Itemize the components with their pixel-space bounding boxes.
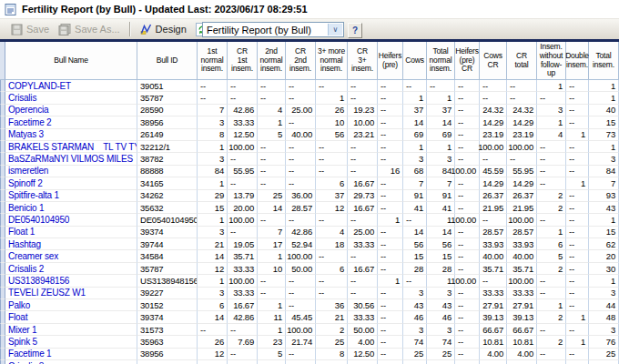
table-row[interactable]: Crisalis 3357873--3--633.33--1111--18.18… [0,360,619,364]
table-row[interactable]: US3138948156US31389481561100.00--------1… [0,275,619,287]
save-label: Save [26,24,49,35]
value-cell: 56 [316,129,348,141]
table-row[interactable]: BRAKELS STARMAN TL TV TY32212/11100.00--… [0,141,619,153]
table-row[interactable]: Crisalis35787--------1----11----------1 [0,92,619,104]
bull-name-cell[interactable]: Creamer sex [5,250,137,262]
table-row[interactable]: ismeretlen888888455.95--------166884100.… [0,166,619,177]
column-header-bull-name[interactable]: Bull Name [5,42,137,80]
value-cell: 1 [258,116,286,128]
value-cell: 68 [403,166,427,177]
value-cell: 28.57 [286,202,316,214]
bull-name-cell[interactable]: Float 1 [5,227,137,238]
value-cell: 4 [316,227,348,238]
table-row[interactable]: Facetime 238956333.331--1010.00--1414--1… [0,116,619,128]
value-cell: 33.33 [228,116,258,128]
bull-name-cell[interactable]: Facetime 1 [5,349,137,360]
value-cell: -- [566,105,589,116]
column-header-double-insem[interactable]: Double insem. [566,42,589,80]
value-cell: -- [480,275,507,287]
column-header-cr-three-plus-insem[interactable]: CR 3+ insem. [348,42,378,80]
column-header-three-plus-normal-insem[interactable]: 3+ more normal insem. [316,42,348,80]
save-as-button[interactable]: Save As... [54,22,125,37]
table-row[interactable]: Palko30152616.671--3630.56--4343--27.912… [0,299,619,311]
value-cell: 12.50 [228,129,258,141]
value-cell: 24.32 [507,105,537,116]
bull-name-cell[interactable]: Crisalis 3 [5,360,137,364]
column-header-heifers-pre-cr[interactable]: Heifers (pre) CR [455,42,480,80]
column-header-second-normal-insem[interactable]: 2nd normal insem. [258,42,286,80]
table-row[interactable]: Mixer 131573----1100.00250.00--33--66.67… [0,324,619,336]
bull-name-cell[interactable]: Float [5,311,137,323]
table-row[interactable]: Float 1393743--742.86425.00--1414--28.57… [0,227,619,238]
value-cell: 46 [427,311,455,323]
bull-name-cell[interactable]: Crisalis [5,92,137,104]
table-row[interactable]: Hashtag397442119.051752.941833.33--5656-… [0,238,619,250]
table-row[interactable]: COPYLAND-ET39051------------------------… [0,80,619,92]
column-header-cr-total[interactable]: CR total [507,42,537,80]
bull-name-cell[interactable]: COPYLAND-ET [5,80,137,92]
column-header-cows[interactable]: Cows [403,42,427,80]
bull-name-cell[interactable]: Spitfire-alta 1 [5,190,137,202]
bull-name-cell[interactable]: Spink 5 [5,336,137,348]
bull-id-cell: 30152 [137,299,198,311]
table-row[interactable]: Spinoff 2341651------616.67--77--14.2914… [0,177,619,189]
value-cell: 2 [537,190,566,202]
value-cell: -- [455,129,480,141]
bull-name-cell[interactable]: TEVELI ZEUSZ W1 [5,288,137,299]
table-row[interactable]: Matyas 326149812.50540.005623.21--6969--… [0,129,619,141]
table-row[interactable]: Crisalis 2357871233.331050.00616.67--282… [0,263,619,275]
save-button[interactable]: Save [6,22,54,37]
report-selector-combobox[interactable]: Fertility Report (by Bull) ∨ [202,22,344,37]
table-row[interactable]: Float393741442.861145.452133.33--4646--3… [0,311,619,323]
table-row[interactable]: Facetime 13895612--5--812.50--2525--4.00… [0,349,619,360]
bull-name-cell[interactable]: DE0540104950 [5,214,137,226]
table-row[interactable]: TEVELI ZEUSZ W139227333.33----------33--… [0,288,619,299]
column-header-total-normal-insem[interactable]: Total normal insem. [427,42,455,80]
bull-name-cell[interactable]: Benicio 1 [5,202,137,214]
chevron-down-icon[interactable]: ∨ [328,24,342,35]
table-row[interactable]: Creamer sex345841435.711100.00------1515… [0,250,619,262]
value-cell: 62 [589,238,619,250]
table-row[interactable]: Benicio 1356321520.001428.571216.67--414… [0,202,619,214]
value-cell: -- [378,250,403,262]
value-cell: -- [537,153,566,165]
design-button[interactable]: Design [136,22,191,36]
bull-name-cell[interactable]: Mixer 1 [5,324,137,336]
table-row[interactable]: Spitfire-alta 1342622913.792536.003729.7… [0,190,619,202]
value-cell: 40 [589,105,619,116]
column-header-cr-first-insem[interactable]: CR 1st insem. [228,42,258,80]
bull-name-cell[interactable]: Spinoff 2 [5,177,137,189]
table-row[interactable]: BaSZaRMaNYI VILMOS MILES387823----------… [0,153,619,165]
table-row[interactable]: Spink 535963267.692321.74254.00--7474--1… [0,336,619,348]
bull-name-cell[interactable]: US3138948156 [5,275,137,287]
bull-name-cell[interactable]: Crisalis 2 [5,263,137,275]
column-header-insem-without-followup[interactable]: Insem. without follow-up [537,42,566,80]
table-row[interactable]: DE0540104950DE05401049501100.00--------1… [0,214,619,226]
column-header-bull-id[interactable]: Bull ID [137,42,198,80]
report-grid: Bull NameBull ID1st normal insem.CR 1st … [0,39,619,364]
column-header-heifers-pre[interactable]: Heifers (pre) [378,42,403,80]
bull-id-cell: 26149 [137,129,198,141]
column-header-cows-cr[interactable]: Cows CR [480,42,507,80]
help-button[interactable]: ? [348,23,362,38]
value-cell: -- [455,202,480,214]
column-header-first-normal-insem[interactable]: 1st normal insem. [198,42,228,80]
table-row[interactable]: Operencia28590742.86425.002619.23--3737-… [0,105,619,116]
bull-id-cell: 38956 [137,349,198,360]
bull-id-cell: 35787 [137,92,198,104]
bull-name-cell[interactable]: Palko [5,299,137,311]
column-header-cr-second-insem[interactable]: CR 2nd insem. [286,42,316,80]
bull-id-cell: 35963 [137,336,198,348]
value-cell: -- [316,275,348,287]
bull-name-cell[interactable]: Matyas 3 [5,129,137,141]
bull-name-cell[interactable]: ismeretlen [5,166,137,177]
value-cell: 84 [198,166,228,177]
column-header-total-insem[interactable]: Total insem. [589,42,619,80]
value-cell: -- [378,349,403,360]
bull-name-cell[interactable]: BaSZaRMaNYI VILMOS MILES [5,153,137,165]
bull-name-cell[interactable]: Hashtag [5,238,137,250]
bull-name-cell[interactable]: Facetime 2 [5,116,137,128]
bull-name-cell[interactable]: BRAKELS STARMAN TL TV TY [5,141,137,153]
bull-id-cell: 34165 [137,177,198,189]
bull-name-cell[interactable]: Operencia [5,105,137,116]
